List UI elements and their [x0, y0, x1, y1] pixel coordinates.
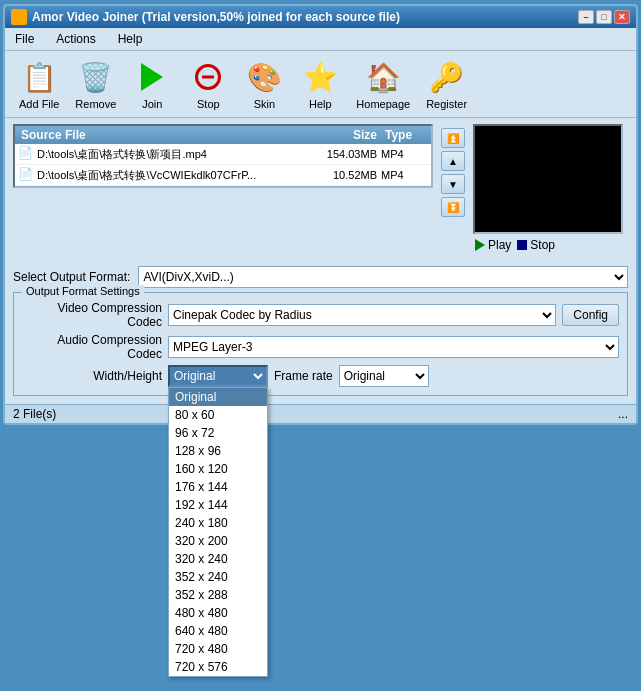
add-file-label: Add File: [19, 98, 59, 110]
stop-button[interactable]: Stop: [182, 55, 234, 113]
dropdown-item[interactable]: 80 x 60: [169, 406, 267, 424]
play-icon: [475, 239, 485, 251]
config-button[interactable]: Config: [562, 304, 619, 326]
skin-label: Skin: [254, 98, 275, 110]
menu-actions[interactable]: Actions: [50, 30, 101, 48]
video-codec-label: Video Compression Codec: [22, 301, 162, 329]
dropdown-item[interactable]: 720 x 576: [169, 658, 267, 676]
app-icon: [11, 9, 27, 25]
wh-label: Width/Height: [22, 369, 162, 383]
wh-row: Width/Height Original Original80 x 6096 …: [22, 365, 619, 387]
dropdown-item[interactable]: Original: [169, 388, 267, 406]
move-down-button[interactable]: ▼: [441, 174, 465, 194]
play-button[interactable]: Play: [475, 238, 511, 252]
file-size-1: 10.52MB: [301, 169, 381, 181]
video-codec-select[interactable]: Cinepak Codec by Radius: [168, 304, 556, 326]
skin-button[interactable]: 🎨 Skin: [238, 55, 290, 113]
file-size-0: 154.03MB: [301, 148, 381, 160]
file-icon-1: 📄: [18, 167, 34, 183]
dropdown-item[interactable]: 96 x 72: [169, 424, 267, 442]
menu-file[interactable]: File: [9, 30, 40, 48]
remove-button[interactable]: 🗑️ Remove: [69, 55, 122, 113]
menu-bar: File Actions Help: [5, 28, 636, 51]
add-file-button[interactable]: 📋 Add File: [13, 55, 65, 113]
preview-box: [473, 124, 623, 234]
join-icon: [133, 58, 171, 96]
dropdown-item[interactable]: 160 x 120: [169, 460, 267, 478]
file-list: Source File Size Type 📄 D:\tools\桌面\格式转换…: [13, 124, 433, 188]
dropdown-item[interactable]: 176 x 144: [169, 478, 267, 496]
source-col-header: Source File: [15, 126, 301, 144]
menu-help[interactable]: Help: [112, 30, 149, 48]
wh-select[interactable]: Original: [168, 365, 268, 387]
join-label: Join: [142, 98, 162, 110]
move-bottom-button[interactable]: ⏬: [441, 197, 465, 217]
size-col-header: Size: [301, 126, 381, 144]
add-file-icon: 📋: [20, 58, 58, 96]
dropdown-item[interactable]: 480 x 480: [169, 604, 267, 622]
stop-icon: [517, 240, 527, 250]
stop-label: Stop: [197, 98, 220, 110]
type-col-header: Type: [381, 126, 431, 144]
file-type-0: MP4: [381, 148, 431, 160]
dropdown-item[interactable]: 352 x 240: [169, 568, 267, 586]
wh-container: Original Original80 x 6096 x 72128 x 961…: [168, 365, 268, 387]
home-icon: 🏠: [364, 58, 402, 96]
dropdown-item[interactable]: 320 x 200: [169, 532, 267, 550]
audio-codec-select[interactable]: MPEG Layer-3: [168, 336, 619, 358]
title-bar: Amor Video Joiner (Trial version,50% joi…: [5, 6, 636, 28]
table-row[interactable]: 📄 D:\tools\桌面\格式转换\新项目.mp4 154.03MB MP4: [15, 144, 431, 165]
format-label: Select Output Format:: [13, 270, 130, 284]
preview-controls: Play Stop: [473, 234, 628, 256]
toolbar: 📋 Add File 🗑️ Remove Join Stop 🎨: [5, 51, 636, 118]
homepage-button[interactable]: 🏠 Homepage: [350, 55, 416, 113]
fr-select[interactable]: Original: [339, 365, 429, 387]
remove-icon: 🗑️: [77, 58, 115, 96]
register-button[interactable]: 🔑 Register: [420, 55, 473, 113]
main-window: Amor Video Joiner (Trial version,50% joi…: [3, 4, 638, 425]
window-title: Amor Video Joiner (Trial version,50% joi…: [32, 10, 400, 24]
status-bar: 2 File(s) ...: [5, 404, 636, 423]
settings-group: Output Format Settings Video Compression…: [13, 292, 628, 396]
homepage-label: Homepage: [356, 98, 410, 110]
move-up-button[interactable]: ▲: [441, 151, 465, 171]
status-dots: ...: [618, 407, 628, 421]
dropdown-item[interactable]: 352 x 288: [169, 586, 267, 604]
join-button[interactable]: Join: [126, 55, 178, 113]
file-name-0: D:\tools\桌面\格式转换\新项目.mp4: [37, 147, 301, 162]
fr-label: Frame rate: [274, 369, 333, 383]
title-bar-left: Amor Video Joiner (Trial version,50% joi…: [11, 9, 400, 25]
status-text: 2 File(s): [13, 407, 56, 421]
help-label: Help: [309, 98, 332, 110]
register-label: Register: [426, 98, 467, 110]
main-area: Source File Size Type 📄 D:\tools\桌面\格式转换…: [5, 118, 636, 262]
register-icon: 🔑: [428, 58, 466, 96]
table-row[interactable]: 📄 D:\tools\桌面\格式转换\VcCWIEkdlk07CFrP... 1…: [15, 165, 431, 186]
file-type-1: MP4: [381, 169, 431, 181]
dropdown-item[interactable]: 128 x 96: [169, 442, 267, 460]
skin-icon: 🎨: [245, 58, 283, 96]
maximize-button[interactable]: □: [596, 10, 612, 24]
audio-codec-row: Audio Compression Codec MPEG Layer-3: [22, 333, 619, 361]
dropdown-item[interactable]: 320 x 240: [169, 550, 267, 568]
format-select[interactable]: AVI(DivX,XviD...): [138, 266, 628, 288]
remove-label: Remove: [75, 98, 116, 110]
minimize-button[interactable]: –: [578, 10, 594, 24]
preview-stop-button[interactable]: Stop: [517, 238, 555, 252]
stop-icon: [189, 58, 227, 96]
help-button[interactable]: ⭐ Help: [294, 55, 346, 113]
dropdown-item[interactable]: 192 x 144: [169, 496, 267, 514]
window-controls: – □ ✕: [578, 10, 630, 24]
dropdown-item[interactable]: 720 x 480: [169, 640, 267, 658]
close-button[interactable]: ✕: [614, 10, 630, 24]
help-icon: ⭐: [301, 58, 339, 96]
left-panel: Source File Size Type 📄 D:\tools\桌面\格式转换…: [13, 124, 433, 256]
dropdown-item[interactable]: 640 x 480: [169, 622, 267, 640]
file-icon-0: 📄: [18, 146, 34, 162]
dropdown-item[interactable]: 240 x 180: [169, 514, 267, 532]
move-top-button[interactable]: ⏫: [441, 128, 465, 148]
audio-codec-label: Audio Compression Codec: [22, 333, 162, 361]
settings-group-label: Output Format Settings: [22, 285, 144, 297]
stop-label: Stop: [530, 238, 555, 252]
file-list-header: Source File Size Type: [15, 126, 431, 144]
